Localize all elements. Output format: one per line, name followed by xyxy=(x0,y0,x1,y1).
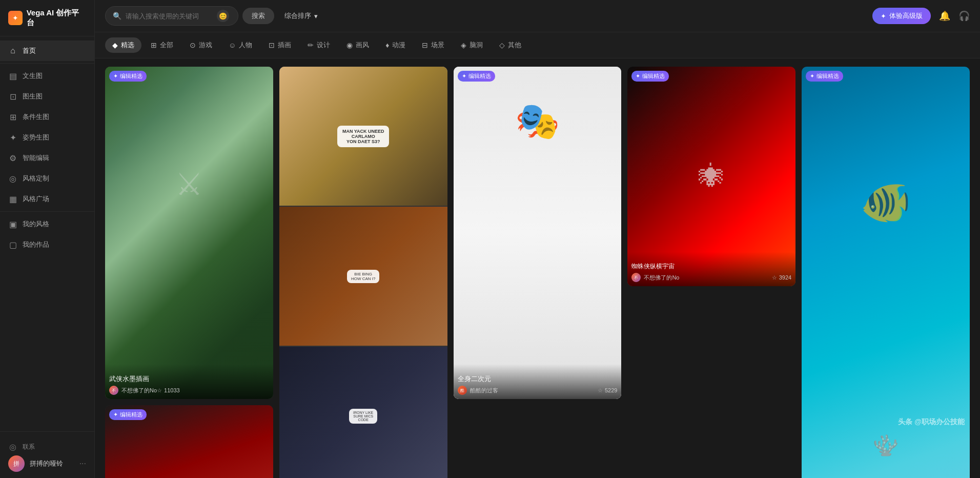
brain-icon: ◈ xyxy=(461,41,466,49)
sidebar: ✦ Vega AI 创作平台 ⌂ 首页 ▤ 文生图 ⊡ 图生图 ⊞ 条件生图 ✦… xyxy=(0,0,95,478)
filter-tab-featured[interactable]: ◆ 精选 xyxy=(105,37,141,53)
avatar: 拼 xyxy=(8,455,25,472)
filter-tab-label: 设计 xyxy=(317,41,330,50)
masonry-grid: ⚔ ✦ 编辑精选 武侠水墨插画 不 不想佛了的No xyxy=(105,67,970,478)
author-name: 不想佛了的No xyxy=(121,387,157,394)
gallery-card-1[interactable]: ⚔ ✦ 编辑精选 武侠水墨插画 不 不想佛了的No xyxy=(105,67,273,399)
gallery: ⚔ ✦ 编辑精选 武侠水墨插画 不 不想佛了的No xyxy=(95,58,980,478)
gallery-card-2[interactable]: MAN YACK UNEEDCARLAMOYON DAET S3? BIE BI… xyxy=(279,67,447,478)
illustration-icon: ⊡ xyxy=(269,41,275,49)
card-title: 全身二次元 xyxy=(458,374,618,384)
badge-icon: ✦ xyxy=(113,411,118,418)
author-avatar: 不 xyxy=(109,386,118,395)
filter-bar: ◆ 精选 ⊞ 全部 ⊙ 游戏 ☺ 人物 ⊡ 插画 ✏ 设计 ◉ 画风 ♦ 动漫 xyxy=(95,32,980,58)
nav-divider xyxy=(0,63,94,64)
my-style-icon: ▣ xyxy=(8,220,17,229)
filter-tab-character[interactable]: ☺ 人物 xyxy=(221,37,259,53)
search-input[interactable] xyxy=(126,12,213,20)
contact-item[interactable]: ◎ 联系 xyxy=(8,438,86,455)
smart-edit-icon: ⚙ xyxy=(8,153,17,163)
filter-tab-label: 画风 xyxy=(356,41,369,50)
sidebar-item-home[interactable]: ⌂ 首页 xyxy=(0,41,94,61)
filter-tab-other[interactable]: ◇ 其他 xyxy=(492,37,528,53)
sidebar-item-text2img[interactable]: ▤ 文生图 xyxy=(0,66,94,86)
card-footer-3: 全身二次元 酷 酷酷的过客 ☆ 5229 xyxy=(454,364,622,399)
logo-area: ✦ Vega AI 创作平台 xyxy=(0,0,94,36)
filter-tab-label: 场景 xyxy=(431,41,444,50)
sidebar-item-style-custom[interactable]: ◎ 风格定制 xyxy=(0,168,94,189)
sort-button[interactable]: 综合排序 ▾ xyxy=(284,11,318,21)
sidebar-item-label: 智能编辑 xyxy=(23,153,49,163)
upgrade-icon: ✦ xyxy=(881,12,886,20)
card-stars-4: ☆ 3924 xyxy=(772,274,791,281)
search-input-wrap[interactable]: 🔍 😊 xyxy=(105,6,238,26)
filter-tab-label: 全部 xyxy=(160,41,173,50)
filter-tab-animation[interactable]: ♦ 动漫 xyxy=(378,37,413,53)
sidebar-item-label: 文生图 xyxy=(23,71,43,81)
filter-tab-label: 动漫 xyxy=(392,41,405,50)
chevron-down-icon: ▾ xyxy=(314,12,318,20)
badge-icon: ✦ xyxy=(636,73,640,79)
sidebar-item-my-works[interactable]: ▢ 我的作品 xyxy=(0,234,94,255)
card-title: 蜘蛛侠纵横宇宙 xyxy=(631,262,791,271)
filter-tab-all[interactable]: ⊞ 全部 xyxy=(144,37,180,53)
user-name: 拼搏的哑铃 xyxy=(30,459,74,468)
sidebar-item-pose2img[interactable]: ✦ 姿势生图 xyxy=(0,127,94,148)
style-custom-icon: ◎ xyxy=(8,174,17,183)
filter-tab-design[interactable]: ✏ 设计 xyxy=(300,37,337,53)
star-count: 3924 xyxy=(779,274,791,281)
sidebar-item-img2img[interactable]: ⊡ 图生图 xyxy=(0,86,94,107)
card-badge: ✦ 编辑精选 xyxy=(109,71,147,82)
card-author-4: 不 不想佛了的No xyxy=(631,273,679,282)
star-icon: ☆ xyxy=(157,387,162,394)
user-more-button[interactable]: ··· xyxy=(79,459,86,468)
sidebar-item-cond2img[interactable]: ⊞ 条件生图 xyxy=(0,107,94,127)
search-button[interactable]: 搜索 xyxy=(242,8,274,24)
card-badge-6: ✦ 编辑精选 xyxy=(109,409,147,420)
card-stars: ☆ 11033 xyxy=(157,387,180,394)
all-icon: ⊞ xyxy=(151,41,157,49)
sort-label: 综合排序 xyxy=(284,11,311,21)
filter-tab-brain[interactable]: ◈ 脑洞 xyxy=(454,37,490,53)
author-name-3: 酷酷的过客 xyxy=(470,387,498,394)
filter-tab-label: 其他 xyxy=(508,41,521,50)
card-author-3: 酷 酷酷的过客 xyxy=(458,386,498,395)
header-right: ✦ 体验高级版 🔔 🎧 xyxy=(872,8,970,24)
cond2img-icon: ⊞ xyxy=(8,112,17,122)
card-stars-3: ☆ 5229 xyxy=(598,387,617,394)
emoji-button[interactable]: 😊 xyxy=(217,10,229,22)
gallery-card-5[interactable]: 🐠 🪸 ✦ 编辑精选 水下美女 野 野性的柜子 xyxy=(802,67,970,478)
star-count: 11033 xyxy=(164,387,180,393)
author-avatar-4: 不 xyxy=(631,273,641,282)
filter-tab-scene[interactable]: ⊟ 场景 xyxy=(415,37,452,53)
filter-tab-label: 精选 xyxy=(121,41,134,50)
sidebar-item-smart-edit[interactable]: ⚙ 智能编辑 xyxy=(0,148,94,168)
star-icon: ☆ xyxy=(772,274,777,281)
sidebar-item-style-plaza[interactable]: ▦ 风格广场 xyxy=(0,189,94,209)
filter-tab-label: 脑洞 xyxy=(469,41,483,50)
gallery-card-4[interactable]: 🕷 ✦ 编辑精选 蜘蛛侠纵横宇宙 不 不想佛了的No xyxy=(627,67,795,286)
character-icon: ☺ xyxy=(229,41,236,49)
author-name-4: 不想佛了的No xyxy=(644,274,679,282)
card-badge-5: ✦ 编辑精选 xyxy=(806,71,843,82)
my-works-icon: ▢ xyxy=(8,240,17,249)
nav-divider-2 xyxy=(0,211,94,212)
badge-text: 编辑精选 xyxy=(120,72,142,80)
filter-tab-label: 游戏 xyxy=(199,41,212,50)
upgrade-button[interactable]: ✦ 体验高级版 xyxy=(872,8,931,24)
featured-icon: ◆ xyxy=(112,41,118,49)
sidebar-item-my-style[interactable]: ▣ 我的风格 xyxy=(0,214,94,234)
filter-tab-game[interactable]: ⊙ 游戏 xyxy=(182,37,219,53)
gallery-card-3[interactable]: 🎭 ✦ 编辑精选 全身二次元 酷 酷酷的过客 xyxy=(454,67,622,399)
headphone-icon[interactable]: 🎧 xyxy=(958,10,970,22)
filter-tab-illustration[interactable]: ⊡ 插画 xyxy=(261,37,298,53)
avatar-text: 拼 xyxy=(13,460,19,468)
card-badge-3: ✦ 编辑精选 xyxy=(458,71,495,82)
notification-icon[interactable]: 🔔 xyxy=(939,10,950,22)
header: 🔍 😊 搜索 综合排序 ▾ ✦ 体验高级版 🔔 🎧 xyxy=(95,0,980,32)
filter-tab-artstyle[interactable]: ◉ 画风 xyxy=(339,37,376,53)
gallery-card-6[interactable]: 👗 ✦ 编辑精选 时尚红裙 不 不想佛了的No xyxy=(105,405,273,478)
user-row: 拼 拼搏的哑铃 ··· xyxy=(8,455,86,472)
sidebar-item-label: 我的作品 xyxy=(23,240,49,249)
style-plaza-icon: ▦ xyxy=(8,194,17,204)
